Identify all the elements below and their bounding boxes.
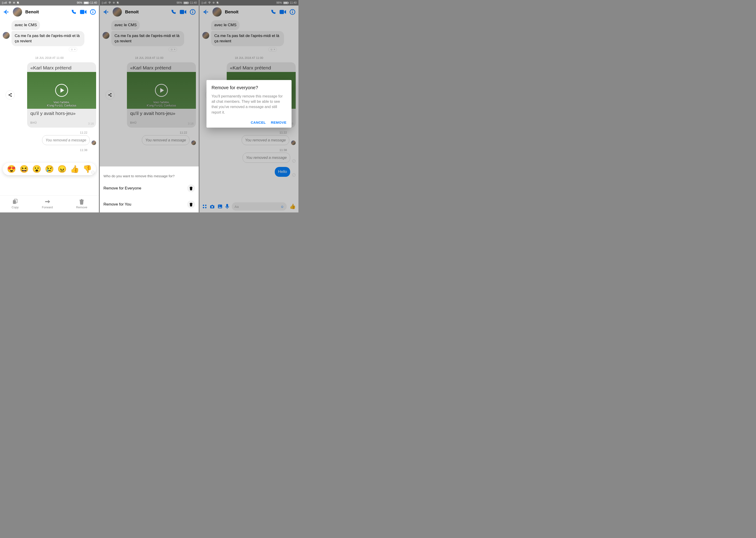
info-button[interactable] — [89, 8, 96, 16]
remove-button[interactable]: REMOVE — [271, 121, 287, 124]
reaction-picker: 😍 😆 😮 😢 😠 👍 👎 — [3, 163, 96, 175]
signal-icon: ▯◃ıll — [2, 1, 7, 4]
trash-icon — [187, 185, 195, 192]
reaction-love[interactable]: 😍 — [7, 165, 16, 173]
svg-point-3 — [92, 10, 93, 11]
action-remove[interactable]: Remove — [76, 199, 87, 209]
dnd-icon — [17, 1, 19, 4]
video-subtitle: Voici l'arbitre, K'ung Fu-tzŭ, Confucius — [27, 101, 96, 107]
sender-avatar[interactable] — [3, 32, 10, 39]
svg-rect-4 — [92, 12, 93, 13]
add-reaction-hint[interactable]: ☺ + — [3, 47, 96, 52]
delivered-icon — [91, 171, 96, 174]
incoming-message[interactable]: Ca me l'a pas fait de l'après-midi et là… — [12, 31, 84, 46]
reaction-wow[interactable]: 😮 — [32, 165, 41, 173]
sheet-title: Who do you want to remove this message f… — [100, 170, 199, 180]
incoming-message[interactable]: avec le CMS — [12, 20, 40, 30]
message-action-bar: Copy Forward Remove — [0, 195, 99, 212]
reaction-sad[interactable]: 😢 — [45, 165, 54, 173]
battery-icon — [84, 2, 89, 4]
voice-call-button[interactable] — [70, 8, 77, 16]
remove-for-you-option[interactable]: Remove for You — [100, 196, 199, 212]
status-bar: ▯◃ıll ✲ 96% 11:40 — [0, 0, 99, 6]
card-headline-bottom: qu'il y avait hors-jeu» 3:16 — [27, 109, 96, 119]
message-list[interactable]: avec le CMS Ca me l'a pas fait de l'aprè… — [0, 19, 99, 195]
screenshot-1: ▯◃ıll ✲ 96% 11:40 Benoit — [0, 0, 99, 212]
battery-percent: 96% — [77, 1, 82, 4]
video-duration: 3:16 — [88, 122, 94, 125]
action-forward[interactable]: Forward — [42, 199, 53, 209]
clock: 11:40 — [90, 1, 97, 4]
timestamp: 11:22 — [6, 131, 93, 134]
remove-for-everyone-option[interactable]: Remove for Everyone — [100, 180, 199, 196]
back-button[interactable] — [2, 8, 10, 16]
seen-avatar — [91, 140, 96, 145]
trash-icon — [187, 200, 195, 208]
video-thumbnail[interactable]: Voici l'arbitre, K'ung Fu-tzŭ, Confucius — [27, 72, 96, 109]
action-copy[interactable]: Copy — [12, 199, 19, 209]
share-button[interactable] — [6, 90, 15, 100]
reaction-angry[interactable]: 😠 — [58, 165, 67, 173]
contact-name[interactable]: Benoit — [25, 9, 39, 15]
contact-avatar[interactable] — [13, 7, 22, 17]
screenshot-3: ▯◃ıll ✲ 96% 11:40 Benoit avec le CMS Ca … — [199, 0, 298, 212]
shared-video-card[interactable]: «Karl Marx prétend Voici l'arbitre, K'un… — [27, 62, 96, 128]
chat-header: Benoit — [0, 6, 99, 19]
dialog-body: You'll permanently remove this message f… — [212, 93, 287, 115]
confirm-remove-dialog: Remove for everyone? You'll permanently … — [206, 80, 292, 128]
reaction-thumbs-up[interactable]: 👍 — [70, 165, 79, 173]
remove-options-sheet: Who do you want to remove this message f… — [100, 170, 199, 212]
svg-rect-1 — [80, 10, 84, 14]
card-source: BHÛ — [27, 119, 96, 128]
screenshot-2: ▯◃ıll ✲ 96% 11:40 Benoit avec le CMS Ca … — [100, 0, 199, 212]
reaction-thumbs-down[interactable]: 👎 — [83, 165, 92, 173]
wifi-icon — [8, 2, 12, 4]
reaction-haha[interactable]: 😆 — [20, 165, 29, 173]
play-icon — [55, 84, 68, 97]
video-call-button[interactable] — [80, 8, 87, 16]
dialog-title: Remove for everyone? — [212, 85, 287, 90]
cancel-button[interactable]: CANCEL — [251, 121, 266, 124]
date-divider: 18 JUL 2018 AT 11:00 — [3, 56, 96, 60]
card-headline-top: «Karl Marx prétend — [27, 62, 96, 72]
modal-scrim[interactable] — [100, 0, 199, 166]
timestamp: 11:38 — [6, 148, 93, 152]
bluetooth-icon: ✲ — [13, 1, 15, 4]
removed-message-placeholder[interactable]: You removed a message — [42, 135, 90, 145]
